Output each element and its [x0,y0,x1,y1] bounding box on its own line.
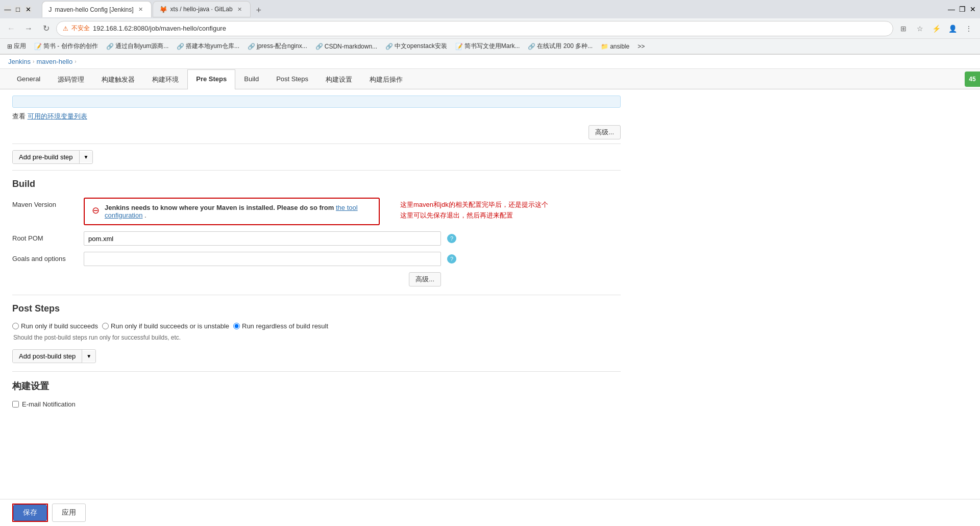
tab-triggers[interactable]: 构建触发器 [93,69,143,89]
root-pom-row: Root POM ? [12,231,621,246]
maven-version-row: Maven Version ⊖ Jenkins needs to know wh… [12,198,621,225]
run-if-succeeds-radio[interactable] [12,323,19,329]
env-advanced-button[interactable]: 高级... [589,125,621,139]
tab-poststeps[interactable]: Post Steps [267,69,317,89]
goals-control: ? [84,252,621,266]
run-regardless-radio[interactable] [233,323,240,329]
goals-label: Goals and options [12,252,84,262]
tab-build[interactable]: Build [235,69,267,89]
new-tab-button[interactable]: + [252,3,266,17]
refresh-button[interactable]: ↻ [39,21,53,36]
tab-general[interactable]: General [8,69,49,89]
run-regardless-text: Run regardless of build result [242,322,328,330]
run-condition-help: Should the post-build steps run only for… [13,334,621,341]
address-bar[interactable]: ⚠ 不安全 192.168.1.62:8080/job/maven-hello/… [56,21,893,36]
window-controls-right: — ❐ ✕ [948,5,976,13]
bookmark-yum2[interactable]: 🔗 搭建本地yum仓库... [174,41,242,52]
tab-postbuild[interactable]: 构建后操作 [361,69,411,89]
email-notification-row: E-mail Notification [12,400,621,408]
close-button[interactable]: ✕ [24,6,32,13]
nav-icons: ⊞ ☆ ⚡ 👤 ⋮ [896,21,976,36]
bookmark-yum1[interactable]: 🔗 通过自制yum源商... [103,41,172,52]
run-if-succeeds-label[interactable]: Run only if build succeeds [12,322,98,330]
menu-icon[interactable]: ⋮ [962,21,976,36]
goals-help[interactable]: ? [447,254,456,264]
env-vars-link[interactable]: 可用的环境变量列表 [28,112,87,120]
error-text: Jenkins needs to know where your Maven i… [105,204,334,211]
bookmark-openstack[interactable]: 🔗 中文openstack安装 [382,41,450,52]
minimize-window[interactable]: — [948,5,955,13]
run-if-unstable-text: Run only if build succeeds or is unstabl… [111,322,229,330]
email-notification-label: E-mail Notification [22,400,76,408]
extensions-icon[interactable]: ⚡ [929,21,943,36]
tab-gitlab[interactable]: 🦊 xts / hello-java · GitLab ✕ [153,1,251,17]
back-button[interactable]: ← [4,21,18,36]
error-message-content: Jenkins needs to know where your Maven i… [105,204,372,219]
security-label: 不安全 [71,24,90,33]
add-post-build-step-dropdown[interactable]: Add post-build step ▼ [12,349,96,363]
profile-icon[interactable]: 👤 [945,21,960,36]
run-condition-group: Run only if build succeeds Run only if b… [12,322,621,330]
build-advanced-button[interactable]: 高级... [409,272,441,286]
translate-icon[interactable]: ⊞ [896,21,911,36]
close-window[interactable]: ✕ [970,5,976,13]
add-pre-build-step-arrow[interactable]: ▼ [80,152,93,162]
root-pom-label: Root POM [12,231,84,242]
add-post-build-step-button[interactable]: Add post-build step [13,350,82,363]
tab-favicon-gitlab: 🦊 [159,6,167,13]
build-advanced-row: 高级... [12,272,441,286]
add-post-build-step-arrow[interactable]: ▼ [82,351,95,362]
nav-bar: ← → ↻ ⚠ 不安全 192.168.1.62:8080/job/maven-… [0,18,980,39]
env-input-area [12,95,621,108]
bookmark-more[interactable]: >> [634,42,648,51]
tab-presteps[interactable]: Pre Steps [187,69,235,89]
tab-env[interactable]: 构建环境 [143,69,187,89]
content-area: 查看 可用的环境变量列表 高级... Add pre-build step ▼ … [0,89,633,431]
build-section-title: Build [12,179,621,189]
error-circle-icon: ⊖ [92,205,100,216]
maven-comment: 这里maven和jdk的相关配置完毕后，还是提示这个 这里可以先保存退出，然后再… [400,198,548,221]
tab-jenkins[interactable]: J maven-hello Config [Jenkins] ✕ [42,1,152,17]
root-pom-control: ? [84,231,621,246]
minimize-button[interactable]: — [4,6,11,13]
run-regardless-label[interactable]: Run regardless of build result [233,322,328,330]
maven-version-label: Maven Version [12,198,84,208]
goals-row: Goals and options ? [12,252,621,266]
run-if-unstable-label[interactable]: Run only if build succeeds or is unstabl… [102,322,229,330]
bookmark-online[interactable]: 🔗 在线试用 200 多种... [525,41,596,52]
window-controls: — □ ✕ [4,6,32,13]
breadcrumb-maven-hello[interactable]: maven-hello [36,58,72,65]
bookmark-jpress[interactable]: 🔗 jpress-配合nginx... [244,41,310,52]
bookmark-ansible[interactable]: 📁 ansible [598,42,632,51]
goals-input[interactable] [84,252,441,266]
bookmark-csdn[interactable]: 🔗 CSDN-markdown... [312,42,380,51]
breadcrumb-sep1: › [33,59,34,64]
root-pom-input[interactable] [84,231,441,246]
env-advanced-row: 高级... [12,125,621,139]
forward-button[interactable]: → [21,21,36,36]
breadcrumb-jenkins[interactable]: Jenkins [8,58,31,65]
page-wrapper: Jenkins › maven-hello › General 源码管理 构建触… [0,55,980,431]
post-steps-title: Post Steps [12,303,621,314]
add-pre-build-step-dropdown[interactable]: Add pre-build step ▼ [12,150,93,164]
tab-source[interactable]: 源码管理 [49,69,93,89]
add-pre-build-step-button[interactable]: Add pre-build step [13,151,80,163]
post-steps-section: Post Steps Run only if build succeeds Ru… [0,295,633,371]
tab-close-jenkins[interactable]: ✕ [137,6,145,14]
root-pom-help[interactable]: ? [447,234,456,243]
maven-version-control: ⊖ Jenkins needs to know where your Maven… [84,198,621,225]
bookmark-jianshu2[interactable]: 📝 简书写文使用Mark... [452,41,523,52]
bookmark-jianshu[interactable]: 📝 简书 - 创作你的创作 [31,41,101,52]
tab-close-gitlab[interactable]: ✕ [236,5,244,13]
security-warning-icon: ⚠ [63,25,68,32]
maximize-button[interactable]: □ [14,6,21,13]
bookmark-apps[interactable]: ⊞ 应用 [4,41,29,52]
restore-window[interactable]: ❐ [959,5,966,13]
comment-line1: 这里maven和jdk的相关配置完毕后，还是提示这个 [400,200,548,210]
email-notification-checkbox[interactable] [12,401,19,408]
title-bar: — □ ✕ J maven-hello Config [Jenkins] ✕ 🦊… [0,0,980,18]
bookmark-icon[interactable]: ☆ [913,21,927,36]
run-if-unstable-radio[interactable] [102,323,109,329]
build-settings-title: 构建设置 [12,380,621,392]
tab-settings[interactable]: 构建设置 [317,69,361,89]
